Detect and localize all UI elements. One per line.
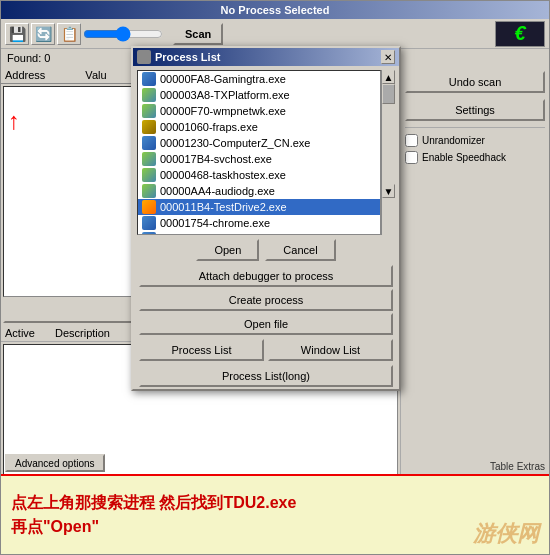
scrollbar-thumb[interactable] (382, 84, 395, 104)
process-name: 00001754-chrome.exe (160, 217, 270, 229)
process-icon (142, 232, 156, 235)
process-icon (142, 168, 156, 182)
process-list-item[interactable]: 000003A8-TXPlatform.exe (138, 87, 380, 103)
process-name: 000003A8-TXPlatform.exe (160, 89, 290, 101)
dialog-icon (137, 50, 151, 64)
process-list-dialog: Process List ✕ 00000FA8-Gamingtra.exe000… (131, 46, 401, 391)
process-icon (142, 136, 156, 150)
process-icon (142, 184, 156, 198)
scrollbar-down[interactable]: ▼ (382, 184, 395, 198)
process-name: 00000468-taskhostex.exe (160, 169, 286, 181)
process-name: 000017B4-svchost.exe (160, 153, 272, 165)
scrollbar-track (382, 84, 395, 184)
process-list-item[interactable]: 00000AA4-audiodg.exe (138, 183, 380, 199)
process-list-item[interactable]: 00000F70-wmpnetwk.exe (138, 103, 380, 119)
process-icon (142, 72, 156, 86)
process-list-item[interactable]: 00000468-taskhostex.exe (138, 167, 380, 183)
process-list-box[interactable]: 00000FA8-Gamingtra.exe000003A8-TXPlatfor… (137, 70, 381, 235)
process-name: 00001230-ComputerZ_CN.exe (160, 137, 310, 149)
process-list-item[interactable]: 000017B4-svchost.exe (138, 151, 380, 167)
open-button[interactable]: Open (196, 239, 259, 261)
process-list-item[interactable]: 00001060-fraps.exe (138, 119, 380, 135)
main-window: No Process Selected 💾 🔄 📋 Scan € Found: … (0, 0, 550, 555)
process-name: 000011B4-TestDrive2.exe (160, 201, 287, 213)
process-icon (142, 88, 156, 102)
process-list-button[interactable]: Process List (139, 339, 264, 361)
process-icon (142, 152, 156, 166)
list-buttons-row: Process List Window List (133, 337, 399, 363)
process-name: 000006D8-chrome.exe (160, 233, 272, 235)
process-icon (142, 104, 156, 118)
process-list-item[interactable]: 000006D8-chrome.exe (138, 231, 380, 235)
process-list-item[interactable]: 000011B4-TestDrive2.exe (138, 199, 380, 215)
window-list-button[interactable]: Window List (268, 339, 393, 361)
process-list-item[interactable]: 00001230-ComputerZ_CN.exe (138, 135, 380, 151)
process-list-item[interactable]: 00001754-chrome.exe (138, 215, 380, 231)
dialog-titlebar: Process List ✕ (133, 48, 399, 66)
scrollbar-up[interactable]: ▲ (382, 70, 395, 84)
attach-debugger-button[interactable]: Attach debugger to process (139, 265, 393, 287)
process-name: 00000AA4-audiodg.exe (160, 185, 275, 197)
modal-overlay: Process List ✕ 00000FA8-Gamingtra.exe000… (1, 1, 549, 554)
process-name: 00000FA8-Gamingtra.exe (160, 73, 286, 85)
process-list-long-button[interactable]: Process List(long) (139, 365, 393, 387)
process-icon (142, 216, 156, 230)
dialog-close-button[interactable]: ✕ (381, 50, 395, 64)
dialog-title: Process List (155, 51, 220, 63)
process-name: 00000F70-wmpnetwk.exe (160, 105, 286, 117)
process-list-container: 00000FA8-Gamingtra.exe000003A8-TXPlatfor… (137, 70, 395, 235)
process-name: 00001060-fraps.exe (160, 121, 258, 133)
process-icon (142, 200, 156, 214)
process-list-scrollbar[interactable]: ▲ ▼ (381, 70, 395, 235)
open-cancel-row: Open Cancel (133, 235, 399, 263)
create-process-button[interactable]: Create process (139, 289, 393, 311)
cancel-button[interactable]: Cancel (265, 239, 335, 261)
open-file-button[interactable]: Open file (139, 313, 393, 335)
process-icon (142, 120, 156, 134)
process-list-item[interactable]: 00000FA8-Gamingtra.exe (138, 71, 380, 87)
